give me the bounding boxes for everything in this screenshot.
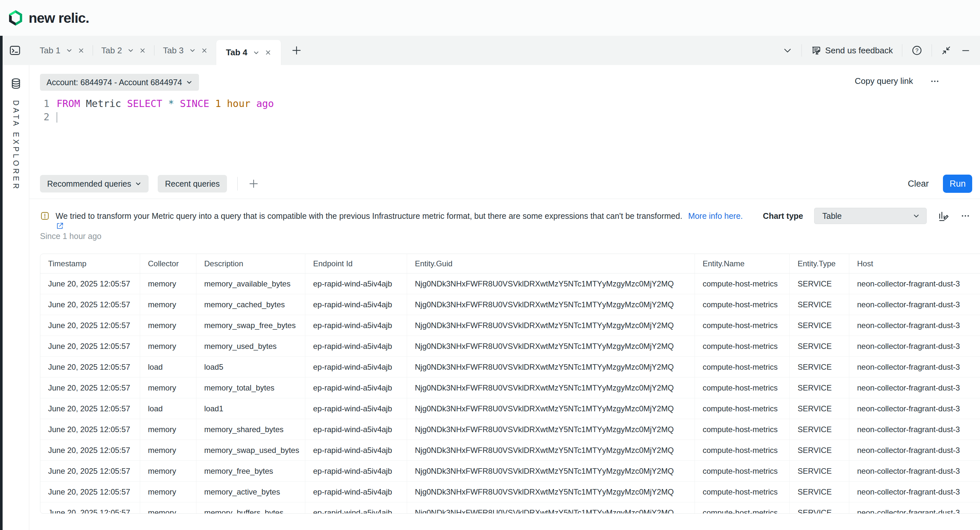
- tab-close-icon[interactable]: [140, 48, 146, 54]
- minimize-icon[interactable]: [961, 45, 971, 56]
- table-cell: Njg0NDk3NHxFWFR8U0VSVklDRXwtMzY5NTc1MTYy…: [407, 377, 695, 398]
- column-header[interactable]: Entity.Name: [695, 254, 789, 273]
- account-selector[interactable]: Account: 6844974 - Account 6844974: [40, 74, 199, 91]
- tab-menu-chevron-icon[interactable]: [66, 47, 73, 54]
- tab-overflow-chevron-icon[interactable]: [783, 46, 792, 55]
- table-row[interactable]: June 20, 2025 12:05:57memorymemory_activ…: [40, 482, 980, 502]
- recent-queries-button[interactable]: Recent queries: [158, 175, 227, 193]
- table-cell: June 20, 2025 12:05:57: [40, 294, 140, 315]
- table-cell: June 20, 2025 12:05:57: [40, 440, 140, 460]
- code-line[interactable]: 1FROM Metric SELECT * SINCE 1 hour ago: [29, 97, 274, 110]
- table-cell: load1: [196, 398, 305, 419]
- table-cell: SERVICE: [789, 294, 849, 315]
- table-cell: Njg0NDk3NHxFWFR8U0VSVklDRXwtMzY5NTc1MTYy…: [407, 357, 695, 377]
- table-cell: compute-host-metrics: [695, 294, 789, 315]
- column-header[interactable]: Timestamp: [40, 254, 140, 273]
- code-token: Metric: [80, 98, 127, 109]
- console-icon[interactable]: [9, 44, 21, 57]
- table-cell: memory: [140, 377, 196, 398]
- column-header[interactable]: Description: [196, 254, 305, 273]
- help-icon[interactable]: ?: [912, 45, 923, 56]
- tab-close-icon[interactable]: [265, 49, 271, 56]
- nrql-editor[interactable]: 1FROM Metric SELECT * SINCE 1 hour ago2: [29, 97, 274, 124]
- table-row[interactable]: June 20, 2025 12:05:57memorymemory_share…: [40, 419, 980, 440]
- tab-menu-chevron-icon[interactable]: [253, 49, 259, 56]
- code-token: SINCE: [180, 98, 209, 109]
- add-query-button[interactable]: [248, 178, 259, 189]
- new-tab-button[interactable]: [291, 45, 302, 56]
- tab-close-icon[interactable]: [78, 48, 84, 54]
- table-row[interactable]: June 20, 2025 12:05:57memorymemory_avail…: [40, 274, 980, 294]
- table-cell: memory_total_bytes: [196, 377, 305, 398]
- table-body: June 20, 2025 12:05:57memorymemory_avail…: [40, 274, 980, 514]
- data-explorer-label: DATA EXPLORER: [11, 100, 20, 191]
- clear-button[interactable]: Clear: [908, 179, 929, 189]
- table-cell: compute-host-metrics: [695, 315, 789, 336]
- chevron-down-icon: [913, 212, 920, 220]
- column-header[interactable]: Entity.Guid: [407, 254, 695, 273]
- column-header[interactable]: Endpoint Id: [305, 254, 407, 273]
- divider: [802, 44, 802, 57]
- data-explorer-rail[interactable]: DATA EXPLORER: [3, 65, 29, 530]
- code-text[interactable]: [57, 111, 57, 123]
- table-cell: SERVICE: [789, 482, 849, 502]
- table-row[interactable]: June 20, 2025 12:05:57memorymemory_total…: [40, 377, 980, 398]
- table-cell: compute-host-metrics: [695, 398, 789, 419]
- table-row[interactable]: June 20, 2025 12:05:57loadload1ep-rapid-…: [40, 398, 980, 419]
- edit-chart-icon[interactable]: [938, 210, 950, 222]
- app-edge-strip: [0, 36, 3, 530]
- column-header[interactable]: Entity.Type: [789, 254, 849, 273]
- recommended-queries-button[interactable]: Recommended queries: [40, 175, 149, 193]
- table-cell: June 20, 2025 12:05:57: [40, 502, 140, 514]
- chart-more-menu-icon[interactable]: [961, 211, 970, 221]
- tab-menu-chevron-icon[interactable]: [127, 47, 134, 54]
- chart-type-select[interactable]: Table: [814, 208, 927, 224]
- svg-text:?: ?: [915, 48, 918, 54]
- code-token: [174, 98, 180, 109]
- table-row[interactable]: June 20, 2025 12:05:57memorymemory_swap_…: [40, 440, 980, 461]
- table-row[interactable]: June 20, 2025 12:05:57memorymemory_cache…: [40, 294, 980, 315]
- code-line[interactable]: 2: [29, 110, 274, 124]
- tab[interactable]: Tab 1: [31, 36, 93, 65]
- transform-warning: We tried to transform your Metric query …: [40, 209, 743, 223]
- table-row[interactable]: June 20, 2025 12:05:57memorymemory_swap_…: [40, 315, 980, 336]
- code-token: [209, 98, 215, 109]
- text-cursor: [57, 112, 57, 123]
- tab[interactable]: Tab 4: [216, 40, 281, 65]
- table-row[interactable]: June 20, 2025 12:05:57memorymemory_free_…: [40, 461, 980, 482]
- table-cell: compute-host-metrics: [695, 336, 789, 357]
- table-cell: neon-collector-fragrant-dust-3: [849, 274, 980, 294]
- recommended-queries-label: Recommended queries: [47, 179, 131, 189]
- tab-menu-chevron-icon[interactable]: [189, 47, 196, 54]
- table-cell: ep-rapid-wind-a5iv4ajb: [305, 377, 407, 398]
- query-more-menu-icon[interactable]: [930, 76, 940, 86]
- table-cell: SERVICE: [789, 357, 849, 377]
- table-cell: compute-host-metrics: [695, 419, 789, 439]
- table-row[interactable]: June 20, 2025 12:05:57loadload5ep-rapid-…: [40, 357, 980, 377]
- table-cell: ep-rapid-wind-a5iv4ajb: [305, 294, 407, 315]
- table-row[interactable]: June 20, 2025 12:05:57memorymemory_buffe…: [40, 502, 980, 514]
- table-cell: Njg0NDk3NHxFWFR8U0VSVklDRXwtMzY5NTc1MTYy…: [407, 398, 695, 419]
- tab[interactable]: Tab 2: [93, 36, 154, 65]
- external-link-icon[interactable]: [56, 222, 64, 230]
- table-cell: SERVICE: [789, 461, 849, 481]
- table-cell: SERVICE: [789, 336, 849, 357]
- send-feedback-button[interactable]: Send us feedback: [811, 45, 893, 56]
- copy-query-link-button[interactable]: Copy query link: [855, 76, 913, 86]
- tab-close-icon[interactable]: [201, 48, 207, 54]
- table-cell: Njg0NDk3NHxFWFR8U0VSVklDRXwtMzY5NTc1MTYy…: [407, 274, 695, 294]
- table-cell: Njg0NDk3NHxFWFR8U0VSVklDRXwtMzY5NTc1MTYy…: [407, 294, 695, 315]
- column-header[interactable]: Host: [849, 254, 980, 273]
- code-token: *: [168, 98, 174, 109]
- database-icon[interactable]: [10, 77, 22, 90]
- tab[interactable]: Tab 3: [154, 36, 216, 65]
- more-info-link[interactable]: More info here.: [688, 211, 743, 221]
- collapse-icon[interactable]: [941, 45, 951, 56]
- table-row[interactable]: June 20, 2025 12:05:57memorymemory_used_…: [40, 336, 980, 357]
- table-cell: Njg0NDk3NHxFWFR8U0VSVklDRXwtMzY5NTc1MTYy…: [407, 502, 695, 514]
- run-button[interactable]: Run: [943, 175, 972, 193]
- column-header[interactable]: Collector: [140, 254, 196, 273]
- chevron-down-icon: [186, 79, 192, 86]
- code-text[interactable]: FROM Metric SELECT * SINCE 1 hour ago: [57, 98, 274, 109]
- table-cell: memory_free_bytes: [196, 461, 305, 481]
